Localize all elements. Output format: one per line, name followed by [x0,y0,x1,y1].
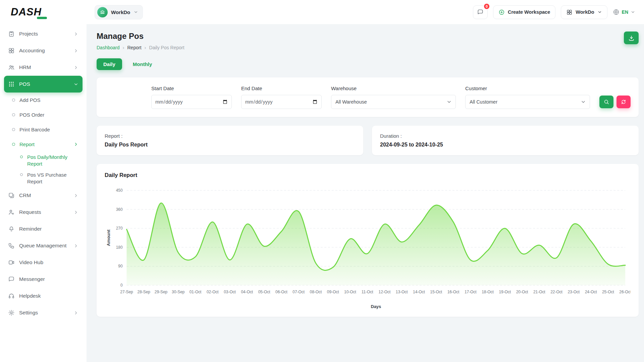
report-summary-card: Report : Daily Pos Report [97,126,363,155]
apply-filter-button[interactable] [599,96,613,108]
globe-icon [613,9,620,15]
sidebar-item-requests[interactable]: Requests [4,204,83,221]
filter-actions [599,96,631,108]
sidebar-item-label: CRM [19,192,31,198]
sidebar: DASH Projects Accounting HRM POS [0,0,87,362]
sidebar-item-pos-order[interactable]: POS Order [4,107,83,122]
svg-text:17-Oct: 17-Oct [465,290,477,294]
sidebar-item-hrm[interactable]: HRM [4,59,83,76]
svg-text:360: 360 [116,207,123,212]
chart-title: Daily Report [105,172,631,178]
sidebar-item-projects[interactable]: Projects [4,25,83,42]
sidebar-nav: Projects Accounting HRM POS Add POS [0,24,87,362]
svg-text:23-Oct: 23-Oct [568,290,580,294]
gear-icon [8,309,15,316]
sidebar-item-label: Accounting [19,48,45,54]
layout-grid-icon [8,47,15,54]
sidebar-item-label: Requests [19,209,41,215]
language-code: EN [622,9,628,15]
sidebar-item-print-barcode[interactable]: Print Barcode [4,122,83,137]
workspace-name: WorkDo [111,9,130,15]
download-report-button[interactable] [624,32,639,44]
svg-text:26-Oct: 26-Oct [619,290,631,294]
sidebar-item-queue-management[interactable]: Queue Management [4,237,83,254]
sidebar-subitem-label: Print Barcode [19,127,50,132]
phone-icon [8,242,15,249]
chevron-right-icon [73,310,78,315]
svg-text:24-Oct: 24-Oct [585,290,597,294]
svg-text:18-Oct: 18-Oct [482,290,494,294]
create-workspace-button[interactable]: Create Workspace [493,5,555,19]
svg-text:05-Oct: 05-Oct [258,290,270,294]
workspace-avatar [97,7,108,17]
sidebar-item-reminder[interactable]: Reminder [4,221,83,237]
breadcrumb-report[interactable]: Report [127,45,142,50]
bullet-circle-icon [12,143,15,146]
report-mode-tabs: Daily Monthly [97,58,639,70]
workspace-switcher[interactable]: WorkDo [95,5,143,19]
sidebar-item-label: Settings [19,310,38,316]
page-content: Manage Pos Dashboard › Report › Daily Po… [87,24,644,362]
breadcrumb-dashboard[interactable]: Dashboard [97,45,120,50]
sidebar-subitem-label: Add POS [19,97,41,103]
bullet-circle-icon [12,113,15,116]
bullet-circle-icon [20,173,23,176]
chevron-right-icon: › [123,45,124,50]
chat-bubble-icon [477,9,484,15]
svg-text:28-Sep: 28-Sep [138,290,151,294]
svg-text:11-Oct: 11-Oct [362,290,373,294]
brand-logo-dash [37,17,47,19]
duration-summary-card: Duration : 2024-09-25 to 2024-10-25 [372,126,639,155]
chevron-right-icon [73,65,78,70]
start-date-input[interactable] [151,95,232,109]
chevron-right-icon [73,32,78,37]
sidebar-item-add-pos[interactable]: Add POS [4,93,83,107]
language-selector[interactable]: EN [613,9,635,15]
sidebar-item-helpdesk[interactable]: Helpdesk [4,288,83,304]
summary-row: Report : Daily Pos Report Duration : 202… [97,126,639,155]
apps-grid-icon [8,81,15,87]
video-camera-icon [8,259,15,266]
messages-button[interactable]: 0 [473,5,488,19]
sidebar-item-label: Reminder [19,226,42,232]
reset-filter-button[interactable] [616,96,631,108]
svg-text:450: 450 [116,188,123,193]
svg-text:04-Oct: 04-Oct [241,290,253,294]
sidebar-item-video-hub[interactable]: Video Hub [4,254,83,271]
tab-daily[interactable]: Daily [97,58,122,70]
svg-text:03-Oct: 03-Oct [224,290,236,294]
sidebar-item-settings[interactable]: Settings [4,304,83,321]
bell-icon [8,226,15,232]
sidebar-item-pos-vs-purchase-report[interactable]: Pos VS Purchase Report [4,169,83,187]
chevron-right-icon: › [145,45,146,50]
chevron-down-icon [597,10,602,14]
brand-logo-text: DASH [11,6,42,18]
sidebar-subitem-label: Pos Daily/Monthly Report [27,154,77,167]
customer-select[interactable]: All Customer [465,95,590,109]
layers-icon [8,192,15,199]
tab-monthly[interactable]: Monthly [126,58,159,70]
sidebar-item-messenger[interactable]: Messenger [4,271,83,288]
end-date-input[interactable] [241,95,322,109]
headset-icon [8,293,15,299]
sidebar-item-label: Video Hub [19,259,43,265]
svg-text:08-Oct: 08-Oct [310,290,322,294]
brand-logo[interactable]: DASH [0,0,87,24]
svg-text:01-Oct: 01-Oct [190,290,202,294]
sidebar-item-accounting[interactable]: Accounting [4,42,83,59]
svg-text:270: 270 [116,226,123,231]
sidebar-item-pos-daily-monthly-report[interactable]: Pos Daily/Monthly Report [4,152,83,169]
workspace-menu-button[interactable]: WorkDo [561,5,607,19]
breadcrumb-current: Daily Pos Report [149,45,184,50]
chevron-down-icon [133,10,138,14]
warehouse-field: Warehouse All Warehouse [331,85,456,109]
messages-badge: 0 [483,3,490,10]
download-icon [628,35,635,41]
warehouse-select[interactable]: All Warehouse [331,95,456,109]
sidebar-item-crm[interactable]: CRM [4,187,83,204]
sidebar-item-pos[interactable]: POS [4,76,83,93]
duration-summary-value: 2024-09-25 to 2024-10-25 [380,142,631,148]
sidebar-item-report[interactable]: Report [4,137,83,152]
sidebar-item-label: HRM [19,64,31,70]
svg-text:07-Oct: 07-Oct [292,290,305,294]
